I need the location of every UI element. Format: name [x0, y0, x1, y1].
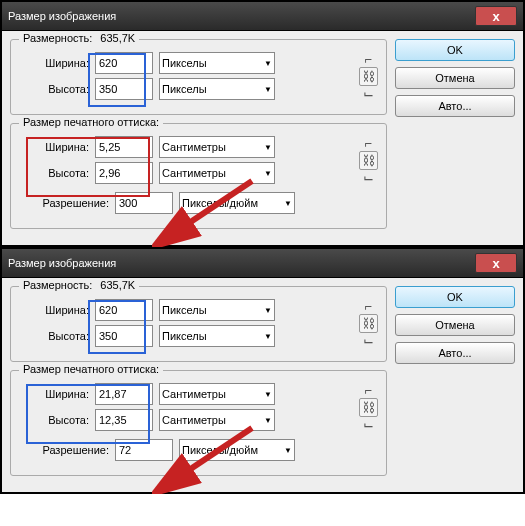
ok-button[interactable]: OK: [395, 286, 515, 308]
auto-button[interactable]: Авто...: [395, 95, 515, 117]
pixel-width-input[interactable]: [95, 52, 153, 74]
image-size-dialog-2: Размер изображения x Размерность:635,7K …: [0, 247, 525, 494]
resolution-input[interactable]: [115, 192, 173, 214]
dimensions-label: Размерность:: [23, 32, 92, 44]
print-width-label: Ширина:: [19, 388, 95, 400]
pixel-height-input[interactable]: [95, 78, 153, 100]
dimensions-value: 635,7K: [100, 279, 135, 291]
print-width-input[interactable]: [95, 383, 153, 405]
print-height-unit-select[interactable]: Сантиметры▼: [159, 162, 275, 184]
resolution-label: Разрешение:: [19, 444, 115, 456]
print-height-input[interactable]: [95, 162, 153, 184]
resolution-unit-select[interactable]: Пикселы/дюйм▼: [179, 439, 295, 461]
titlebar: Размер изображения x: [2, 249, 523, 278]
print-width-label: Ширина:: [19, 141, 95, 153]
link-icon[interactable]: ⌐⛓⌙: [358, 56, 378, 96]
resolution-input[interactable]: [115, 439, 173, 461]
window-title: Размер изображения: [8, 257, 116, 269]
height-label: Высота:: [19, 83, 95, 95]
resolution-unit-select[interactable]: Пикселы/дюйм▼: [179, 192, 295, 214]
print-height-label: Высота:: [19, 167, 95, 179]
pixel-width-unit-select[interactable]: Пикселы▼: [159, 52, 275, 74]
pixel-dimensions-group: Размерность:635,7K Ширина: Пикселы▼ Высо…: [10, 286, 387, 362]
chevron-down-icon: ▼: [264, 143, 272, 152]
chevron-down-icon: ▼: [264, 169, 272, 178]
pixel-width-unit-select[interactable]: Пикселы▼: [159, 299, 275, 321]
chevron-down-icon: ▼: [264, 59, 272, 68]
print-height-label: Высота:: [19, 414, 95, 426]
ok-button[interactable]: OK: [395, 39, 515, 61]
print-height-unit-select[interactable]: Сантиметры▼: [159, 409, 275, 431]
dimensions-label: Размерность:: [23, 279, 92, 291]
chevron-down-icon: ▼: [264, 85, 272, 94]
pixel-width-input[interactable]: [95, 299, 153, 321]
link-icon[interactable]: ⌐⛓⌙: [358, 140, 378, 180]
cancel-button[interactable]: Отмена: [395, 314, 515, 336]
pixel-dimensions-group: Размерность:635,7K Ширина: Пикселы▼ Высо…: [10, 39, 387, 115]
titlebar: Размер изображения x: [2, 2, 523, 31]
cancel-button[interactable]: Отмена: [395, 67, 515, 89]
print-width-unit-select[interactable]: Сантиметры▼: [159, 383, 275, 405]
window-title: Размер изображения: [8, 10, 116, 22]
link-icon[interactable]: ⌐⛓⌙: [358, 303, 378, 343]
chevron-down-icon: ▼: [284, 446, 292, 455]
chevron-down-icon: ▼: [264, 332, 272, 341]
chevron-down-icon: ▼: [264, 390, 272, 399]
width-label: Ширина:: [19, 57, 95, 69]
auto-button[interactable]: Авто...: [395, 342, 515, 364]
print-width-unit-select[interactable]: Сантиметры▼: [159, 136, 275, 158]
pixel-height-unit-select[interactable]: Пикселы▼: [159, 325, 275, 347]
print-size-group: Размер печатного оттиска: Ширина: Сантим…: [10, 370, 387, 476]
close-button[interactable]: x: [475, 6, 517, 26]
print-height-input[interactable]: [95, 409, 153, 431]
print-group-label: Размер печатного оттиска:: [19, 116, 163, 128]
chevron-down-icon: ▼: [264, 306, 272, 315]
link-icon[interactable]: ⌐⛓⌙: [358, 387, 378, 427]
height-label: Высота:: [19, 330, 95, 342]
image-size-dialog-1: Размер изображения x Размерность:635,7K …: [0, 0, 525, 247]
print-group-label: Размер печатного оттиска:: [19, 363, 163, 375]
pixel-height-unit-select[interactable]: Пикселы▼: [159, 78, 275, 100]
print-width-input[interactable]: [95, 136, 153, 158]
print-size-group: Размер печатного оттиска: Ширина: Сантим…: [10, 123, 387, 229]
chevron-down-icon: ▼: [284, 199, 292, 208]
width-label: Ширина:: [19, 304, 95, 316]
resolution-label: Разрешение:: [19, 197, 115, 209]
pixel-height-input[interactable]: [95, 325, 153, 347]
chevron-down-icon: ▼: [264, 416, 272, 425]
dimensions-value: 635,7K: [100, 32, 135, 44]
close-button[interactable]: x: [475, 253, 517, 273]
